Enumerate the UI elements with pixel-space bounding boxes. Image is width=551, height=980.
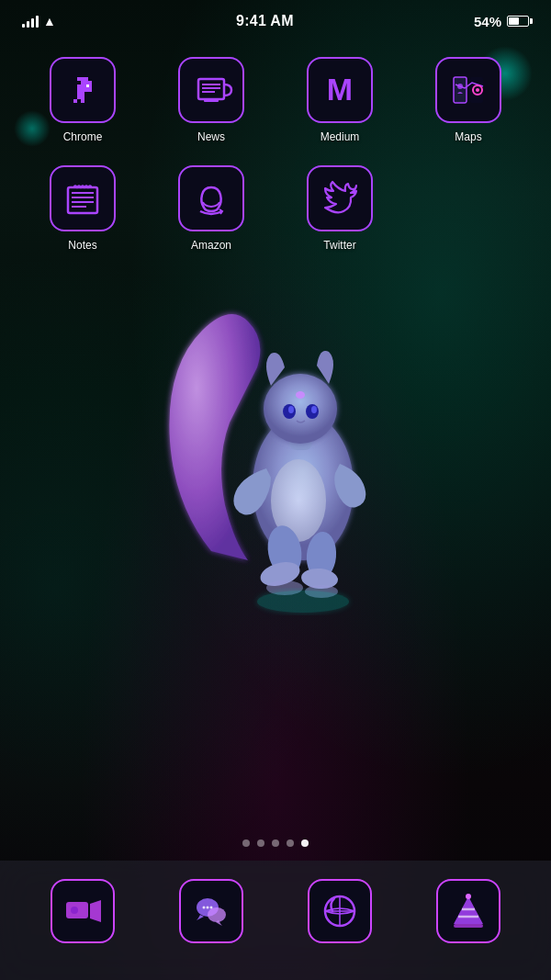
dock [0, 861, 551, 980]
signal-bar-1 [22, 24, 25, 28]
status-bar: ▲ 9:41 AM 54% [0, 0, 551, 37]
twitter-label: Twitter [323, 239, 355, 252]
svg-point-17 [257, 591, 349, 613]
svg-rect-22 [81, 81, 84, 84]
app-news[interactable]: News [147, 46, 276, 154]
svg-point-51 [208, 907, 226, 922]
page-dots [242, 839, 309, 847]
maps-icon [435, 57, 501, 123]
maps-label: Maps [455, 130, 481, 143]
dock-vlc[interactable] [436, 879, 500, 943]
medium-label: Medium [320, 130, 360, 143]
svg-rect-29 [73, 99, 77, 103]
battery-percentage: 54% [474, 14, 501, 29]
browser-icon [308, 879, 372, 943]
battery-fill [509, 17, 519, 25]
svg-rect-43 [68, 187, 97, 213]
svg-point-42 [457, 84, 463, 89]
app-chrome[interactable]: Chrome [18, 46, 147, 154]
signal-bar-2 [27, 21, 29, 28]
page-dot-4 [287, 839, 294, 847]
messages-icon [179, 879, 243, 943]
app-empty-slot [404, 154, 533, 263]
status-right: 54% [474, 14, 529, 29]
signal-bar-3 [31, 18, 34, 28]
notes-icon [50, 165, 116, 231]
svg-point-52 [203, 907, 206, 909]
app-grid-row1: Chrome News [0, 37, 551, 154]
svg-point-10 [288, 406, 294, 413]
svg-rect-31 [86, 84, 89, 87]
status-left: ▲ [22, 14, 56, 28]
app-amazon[interactable]: Amazon [147, 154, 276, 263]
dock-facetime[interactable] [51, 879, 115, 943]
page-dot-1 [242, 839, 250, 847]
page-dot-5-active [301, 839, 309, 847]
signal-bars-icon [22, 15, 39, 28]
svg-text:M: M [327, 72, 353, 107]
svg-rect-30 [81, 99, 84, 103]
mewtwo-wallpaper-figure [156, 276, 395, 661]
medium-icon: M [307, 57, 373, 123]
amazon-label: Amazon [191, 239, 231, 252]
signal-bar-4 [36, 16, 39, 28]
svg-point-53 [207, 907, 209, 909]
app-notes[interactable]: Notes [18, 154, 147, 263]
svg-rect-59 [454, 924, 483, 928]
twitter-icon [307, 165, 373, 231]
dock-browser[interactable] [308, 879, 372, 943]
svg-rect-28 [77, 96, 84, 99]
svg-rect-20 [81, 77, 84, 81]
svg-rect-36 [204, 99, 219, 102]
svg-point-7 [264, 374, 337, 444]
app-grid-row2: Notes Amazon Twitter [0, 154, 551, 263]
notes-label: Notes [68, 239, 96, 252]
svg-rect-25 [77, 84, 92, 88]
chrome-label: Chrome [63, 130, 103, 143]
wifi-icon: ▲ [43, 14, 56, 28]
app-maps[interactable]: Maps [404, 46, 533, 154]
battery-icon [507, 16, 529, 27]
page-dot-2 [257, 839, 264, 847]
svg-rect-23 [84, 81, 88, 84]
svg-point-12 [296, 391, 305, 399]
vlc-icon [436, 879, 500, 943]
app-twitter[interactable]: Twitter [276, 154, 404, 263]
svg-point-54 [210, 907, 213, 909]
chrome-icon [50, 57, 116, 123]
svg-rect-38 [454, 77, 467, 103]
news-label: News [197, 130, 225, 143]
svg-point-11 [311, 406, 317, 413]
status-time: 9:41 AM [236, 13, 294, 29]
facetime-icon [51, 879, 115, 943]
svg-rect-24 [88, 81, 92, 84]
amazon-icon [178, 165, 244, 231]
news-icon [178, 57, 244, 123]
svg-point-49 [71, 907, 78, 914]
app-medium[interactable]: M Medium [276, 46, 404, 154]
svg-rect-21 [84, 77, 88, 81]
dock-messages[interactable] [179, 879, 243, 943]
svg-rect-27 [77, 92, 84, 96]
svg-point-58 [466, 894, 471, 899]
page-dot-3 [272, 839, 279, 847]
svg-rect-19 [77, 77, 81, 81]
svg-rect-26 [77, 88, 92, 92]
svg-point-41 [476, 88, 479, 92]
